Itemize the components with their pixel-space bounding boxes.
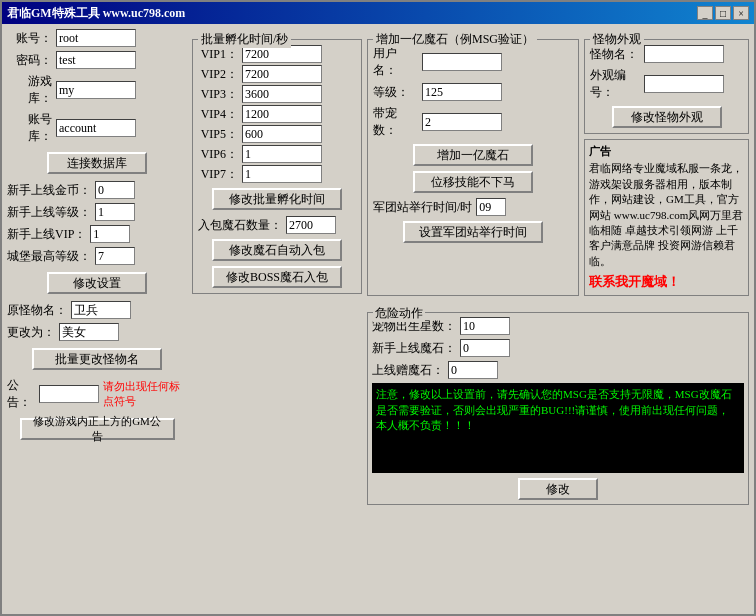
vip-rows: VIP1： VIP2： VIP3： VIP4： VIP5： VIP6： VIP7… — [198, 45, 356, 183]
magic-count-input[interactable] — [286, 216, 336, 234]
monster-section-title: 怪物外观 — [590, 31, 644, 48]
monster-name-input[interactable] — [644, 45, 724, 63]
change-to-row: 更改为： — [7, 323, 187, 341]
modify-setting-button[interactable]: 修改设置 — [47, 272, 147, 294]
add-magic-button[interactable]: 增加一亿魔石 — [413, 144, 533, 166]
new-vip-row: 新手上线VIP： — [7, 225, 187, 243]
online-gift-input[interactable] — [448, 361, 498, 379]
right-column: 怪物外观 怪物名： 外观编号： 修改怪物外观 — [584, 29, 749, 296]
middle-panel: 批量孵化时间/秒 VIP1： VIP2： VIP3： VIP4： VIP5： V… — [192, 29, 362, 609]
top-right: 增加一亿魔石（例MSG验证） 用户名： 等级： 带宠数： 增加一亿魔石 — [367, 29, 749, 296]
password-label: 密码： — [7, 52, 52, 69]
vip-3-label: VIP3： — [198, 86, 238, 103]
accountdb-row: 账号库： — [7, 111, 187, 145]
announce-row: 公告： 请勿出现任何标点符号 — [7, 377, 187, 411]
minimize-btn[interactable]: _ — [697, 6, 713, 20]
announce-input[interactable] — [39, 385, 99, 403]
vip-2-input[interactable] — [242, 65, 322, 83]
vip-5-label: VIP5： — [198, 126, 238, 143]
vip-row-6: VIP6： — [198, 145, 356, 163]
maximize-btn[interactable]: □ — [715, 6, 731, 20]
new-gold-input[interactable] — [95, 181, 135, 199]
online-gift-label: 上线赠魔石： — [372, 362, 444, 379]
gamedb-label: 游戏库： — [7, 73, 52, 107]
appearance-input[interactable] — [644, 75, 724, 93]
modify-magic-auto-button[interactable]: 修改魔石自动入包 — [212, 239, 342, 261]
max-level-input[interactable] — [95, 247, 135, 265]
orig-monster-label: 原怪物名： — [7, 302, 67, 319]
magic-section: 增加一亿魔石（例MSG验证） 用户名： 等级： 带宠数： 增加一亿魔石 — [367, 39, 579, 296]
modify-announce-button[interactable]: 修改游戏内正上方的GM公告 — [20, 418, 175, 440]
move-skill-button[interactable]: 位移技能不下马 — [413, 171, 533, 193]
magic-username-row: 用户名： — [373, 45, 573, 79]
main-content: 账号： 密码： 游戏库： 账号库： 连接数据库 新手上线金币： — [2, 24, 754, 614]
set-army-button[interactable]: 设置军团站举行时间 — [403, 221, 543, 243]
gamedb-input[interactable] — [56, 81, 136, 99]
new-level-label: 新手上线等级： — [7, 204, 91, 221]
new-level-input[interactable] — [95, 203, 135, 221]
magic-pet-input[interactable] — [422, 113, 502, 131]
army-time-input[interactable] — [476, 198, 506, 216]
magic-level-row: 等级： — [373, 83, 573, 101]
close-btn[interactable]: × — [733, 6, 749, 20]
password-input[interactable] — [56, 51, 136, 69]
batch-hatch-title: 批量孵化时间/秒 — [198, 31, 291, 48]
vip-2-label: VIP2： — [198, 66, 238, 83]
modify-hatch-button[interactable]: 修改批量孵化时间 — [212, 188, 342, 210]
vip-3-input[interactable] — [242, 85, 322, 103]
ad-content: 君临网络专业魔域私服一条龙，游戏架设服务器相用，版本制作，网站建设，GM工具，官… — [589, 161, 744, 269]
monster-section: 怪物外观 怪物名： 外观编号： 修改怪物外观 — [584, 39, 749, 134]
accountdb-label: 账号库： — [7, 111, 52, 145]
new-magic-row: 新手上线魔石： — [372, 339, 744, 357]
password-row: 密码： — [7, 51, 187, 69]
orig-monster-input[interactable] — [71, 301, 131, 319]
danger-modify-button[interactable]: 修改 — [518, 478, 598, 500]
monster-name-label: 怪物名： — [590, 46, 640, 63]
announce-hint: 请勿出现任何标点符号 — [103, 379, 187, 409]
new-gold-row: 新手上线金币： — [7, 181, 187, 199]
appearance-row: 外观编号： — [590, 67, 743, 101]
modify-monster-appearance-button[interactable]: 修改怪物外观 — [612, 106, 722, 128]
vip-5-input[interactable] — [242, 125, 322, 143]
accountdb-input[interactable] — [56, 119, 136, 137]
connect-db-button[interactable]: 连接数据库 — [47, 152, 147, 174]
vip-7-label: VIP7： — [198, 166, 238, 183]
right-panels: 增加一亿魔石（例MSG验证） 用户名： 等级： 带宠数： 增加一亿魔石 — [367, 29, 749, 609]
magic-username-input[interactable] — [422, 53, 502, 71]
change-to-input[interactable] — [59, 323, 119, 341]
main-window: 君临GM特殊工具 www.uc798.com _ □ × 账号： 密码： 游戏库… — [0, 0, 756, 616]
pet-star-input[interactable] — [460, 317, 510, 335]
announce-label: 公告： — [7, 377, 35, 411]
new-magic-input[interactable] — [460, 339, 510, 357]
new-vip-label: 新手上线VIP： — [7, 226, 86, 243]
vip-6-input[interactable] — [242, 145, 322, 163]
account-input[interactable] — [56, 29, 136, 47]
appearance-label: 外观编号： — [590, 67, 640, 101]
magic-level-label: 等级： — [373, 84, 418, 101]
vip-1-label: VIP1： — [198, 46, 238, 63]
magic-pet-row: 带宠数： — [373, 105, 573, 139]
magic-level-input[interactable] — [422, 83, 502, 101]
magic-pet-label: 带宠数： — [373, 105, 418, 139]
pet-star-row: 宠物出生星数： — [372, 317, 744, 335]
vip-row-3: VIP3： — [198, 85, 356, 103]
vip-7-input[interactable] — [242, 165, 322, 183]
modify-boss-magic-button[interactable]: 修改BOSS魔石入包 — [212, 266, 342, 288]
warning-text: 注意，修改以上设置前，请先确认您的MSG是否支持无限魔，MSG改魔石是否需要验证… — [376, 388, 732, 431]
window-title: 君临GM特殊工具 www.uc798.com — [7, 5, 185, 22]
magic-count-label: 入包魔石数量： — [198, 217, 282, 234]
ad-panel: 广告 君临网络专业魔域私服一条龙，游戏架设服务器相用，版本制作，网站建设，GM工… — [584, 139, 749, 296]
army-time-row: 军团站举行时间/时 — [373, 198, 573, 216]
orig-monster-row: 原怪物名： — [7, 301, 187, 319]
account-row: 账号： — [7, 29, 187, 47]
title-bar: 君临GM特殊工具 www.uc798.com _ □ × — [2, 2, 754, 24]
magic-username-label: 用户名： — [373, 45, 418, 79]
new-vip-input[interactable] — [90, 225, 130, 243]
batch-change-btn[interactable]: 批量更改怪物名 — [32, 348, 162, 370]
army-time-label: 军团站举行时间/时 — [373, 199, 472, 216]
change-to-label: 更改为： — [7, 324, 55, 341]
left-panel: 账号： 密码： 游戏库： 账号库： 连接数据库 新手上线金币： — [7, 29, 187, 609]
vip-4-input[interactable] — [242, 105, 322, 123]
magic-section-title: 增加一亿魔石（例MSG验证） — [373, 31, 537, 48]
ad-title: 广告 — [589, 145, 611, 157]
